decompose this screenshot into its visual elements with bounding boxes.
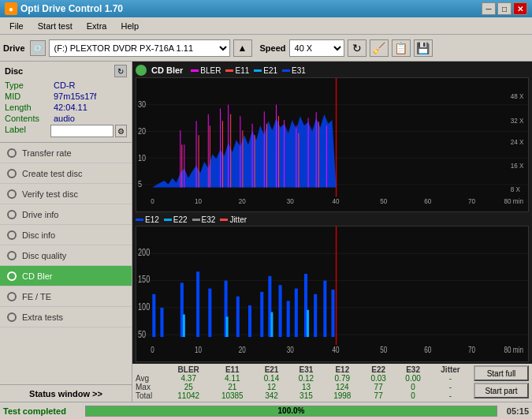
svg-rect-71 <box>196 271 199 337</box>
nav-create-icon <box>6 168 17 179</box>
svg-text:48 X: 48 X <box>511 92 524 101</box>
nav-extra-tests[interactable]: Extra tests <box>0 307 132 327</box>
nav-fe-te[interactable]: FE / TE <box>0 286 132 307</box>
svg-text:150: 150 <box>138 273 150 284</box>
stats-max-e12: 124 <box>323 383 361 391</box>
nav-disc-info[interactable]: Disc info <box>0 225 132 245</box>
svg-text:40: 40 <box>333 344 340 354</box>
stats-avg-e12: 0.79 <box>323 374 361 383</box>
nav-transfer-rate-label: Transfer rate <box>22 148 72 158</box>
chart2-legend: E12 E22 E32 Jitter <box>136 215 247 224</box>
disc-refresh-button[interactable]: ↻ <box>114 65 127 77</box>
nav-transfer-rate[interactable]: Transfer rate <box>0 143 132 163</box>
legend-e21-color <box>254 69 262 72</box>
disc-panel: Disc ↻ Type CD-R MID 97m15s17f Length 42… <box>0 62 132 143</box>
nav-disc-quality[interactable]: Disc quality <box>0 245 132 266</box>
svg-text:20: 20 <box>239 344 246 354</box>
disc-label-settings-button[interactable]: ⚙ <box>115 125 127 137</box>
legend-e12: E12 <box>136 215 159 224</box>
status-window-button[interactable]: Status window >> <box>0 384 132 402</box>
menu-extra[interactable]: Extra <box>80 20 113 32</box>
nav-create-test-disc[interactable]: Create test disc <box>0 163 132 184</box>
nav-cd-bler[interactable]: CD Bler <box>0 266 132 286</box>
chart1-legend: BLER E11 E21 E31 <box>191 66 306 75</box>
svg-rect-79 <box>287 301 290 337</box>
stats-avg-bler: 4.37 <box>166 374 210 383</box>
nav-verify-test-disc[interactable]: Verify test disc <box>0 184 132 204</box>
disc-type-label: Type <box>5 80 54 90</box>
svg-text:100: 100 <box>138 301 150 312</box>
menu-help[interactable]: Help <box>114 20 145 32</box>
svg-text:10: 10 <box>195 344 202 354</box>
legend-e11: E11 <box>225 66 249 75</box>
svg-text:10: 10 <box>195 196 202 205</box>
svg-rect-72 <box>208 288 211 336</box>
svg-text:80 min: 80 min <box>504 196 523 205</box>
legend-e31-color <box>282 69 290 72</box>
svg-rect-68 <box>152 294 155 336</box>
nav-drive-info[interactable]: Drive info <box>0 204 132 225</box>
disc-contents-value: audio <box>54 114 75 123</box>
disc-length-row: Length 42:04.11 <box>5 103 127 112</box>
svg-rect-75 <box>248 305 251 337</box>
svg-rect-74 <box>236 296 240 336</box>
menu-file[interactable]: File <box>3 20 30 32</box>
stats-avg-e21: 0.14 <box>255 374 289 383</box>
speed-select[interactable]: 40 X <box>289 39 344 57</box>
svg-rect-84 <box>331 290 334 337</box>
disc-label-input[interactable] <box>50 125 113 137</box>
chart2-titlebar: E12 E22 E32 Jitter <box>136 215 529 224</box>
svg-rect-76 <box>260 291 263 336</box>
erase-button[interactable]: 🧹 <box>370 39 389 57</box>
disc-title: Disc <box>5 66 23 76</box>
svg-text:60: 60 <box>424 344 431 354</box>
nav-fe-te-label: FE / TE <box>22 292 51 301</box>
legend-e21-label: E21 <box>263 66 277 75</box>
stats-total-e32: 0 <box>396 391 430 400</box>
chart1-canvas: 5 10 20 30 0 10 20 30 40 50 60 70 80 min… <box>136 77 529 212</box>
start-part-button[interactable]: Start part <box>474 383 529 398</box>
legend-e32-color <box>192 219 200 221</box>
chart1-title: CD Bler <box>151 65 183 75</box>
toolbar: Drive 💿 (F:) PLEXTOR DVDR PX-716A 1.11 ▲… <box>0 35 532 62</box>
nav-cd-bler-label: CD Bler <box>22 271 53 281</box>
svg-rect-82 <box>314 294 317 336</box>
drive-select[interactable]: (F:) PLEXTOR DVDR PX-716A 1.11 <box>49 39 230 57</box>
disc-type-value: CD-R <box>54 80 76 90</box>
start-full-button[interactable]: Start full <box>474 365 529 381</box>
legend-jitter: Jitter <box>220 215 247 224</box>
disc-type-row: Type CD-R <box>5 80 127 90</box>
minimize-button[interactable]: ─ <box>482 2 496 15</box>
disc-header: Disc ↻ <box>5 65 127 77</box>
stats-max-e21: 12 <box>255 383 289 391</box>
legend-jitter-label: Jitter <box>229 215 247 224</box>
svg-text:0: 0 <box>151 344 154 354</box>
stats-header-e31: E31 <box>288 365 323 374</box>
svg-text:50: 50 <box>138 328 146 339</box>
svg-rect-83 <box>323 280 326 336</box>
svg-text:40: 40 <box>333 196 340 205</box>
svg-text:16 X: 16 X <box>511 162 524 170</box>
stats-avg-label: Avg <box>132 374 166 383</box>
save-button[interactable]: 💾 <box>414 39 433 57</box>
progress-text: 100.0% <box>86 406 497 416</box>
disc-length-label: Length <box>5 103 54 112</box>
eject-button[interactable]: ▲ <box>233 39 252 57</box>
chart1-icon <box>136 65 147 76</box>
legend-bler: BLER <box>191 66 221 75</box>
stats-header-e12: E12 <box>323 365 361 374</box>
close-button[interactable]: ✕ <box>513 2 527 15</box>
progress-bar: 100.0% <box>85 406 497 417</box>
svg-text:30: 30 <box>138 100 147 110</box>
drive-label: Drive <box>3 43 25 53</box>
svg-text:5: 5 <box>138 180 142 189</box>
nav-fe-te-icon <box>6 291 17 302</box>
disc-contents-row: Contents audio <box>5 114 127 123</box>
nav-verify-icon <box>6 189 17 200</box>
stats-avg-row: Avg 4.37 4.11 0.14 0.12 0.79 0.03 0.00 - <box>132 374 471 383</box>
copy-button[interactable]: 📋 <box>392 39 411 57</box>
menu-start-test[interactable]: Start test <box>32 20 79 32</box>
app-icon: ● <box>5 2 17 15</box>
maximize-button[interactable]: □ <box>497 2 512 15</box>
refresh-button[interactable]: ↻ <box>348 39 366 57</box>
